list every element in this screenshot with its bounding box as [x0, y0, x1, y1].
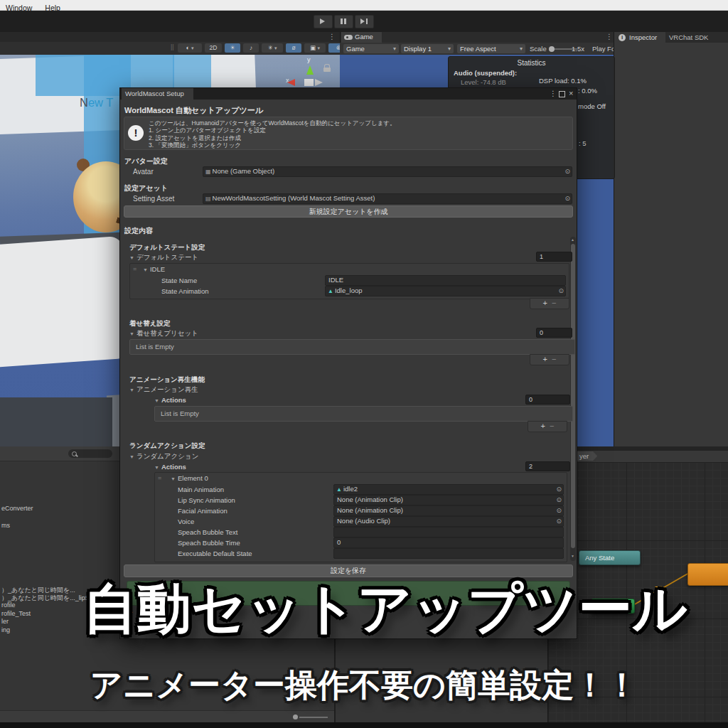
object-picker-icon[interactable]: ⊙: [564, 167, 570, 176]
anim-play-foldout[interactable]: ▼アニメーション再生: [129, 385, 198, 395]
window-tab[interactable]: WorldMascot Setup: [122, 88, 193, 100]
chevron-down-icon: ▾: [448, 44, 451, 53]
element0-foldout[interactable]: ▼Element 0: [171, 474, 208, 482]
gizmo-y-axis-icon[interactable]: [306, 65, 314, 75]
project-item[interactable]: eConverter: [1, 505, 33, 512]
help-line-2: 1. シーン上のアバターオブジェクトを設定: [149, 127, 396, 134]
aspect-dropdown[interactable]: Free Aspect▾: [457, 44, 525, 53]
gizmo-x-axis-icon[interactable]: [287, 79, 295, 86]
scene-menu-icon[interactable]: ⋮: [328, 33, 336, 41]
tab-inspector[interactable]: i Inspector: [614, 32, 665, 43]
game-camera-dropdown[interactable]: Game▾: [343, 44, 399, 53]
add-button[interactable]: +: [541, 422, 545, 430]
2d-toggle-button[interactable]: 2D: [205, 43, 222, 53]
create-asset-button[interactable]: 新規設定アセットを作成: [124, 205, 573, 218]
pause-button[interactable]: [334, 15, 353, 28]
state-animation-field[interactable]: ▲Idle_loop ⊙: [325, 286, 566, 296]
object-picker-icon[interactable]: ⊙: [556, 496, 562, 504]
remove-button[interactable]: −: [552, 299, 556, 307]
close-icon[interactable]: ×: [569, 89, 573, 97]
main-animation-field[interactable]: ▲idle2 ⊙: [333, 484, 564, 495]
hidden-objects-button[interactable]: ø: [286, 43, 301, 53]
lock-icon[interactable]: [323, 64, 331, 72]
remove-button[interactable]: −: [550, 422, 554, 430]
setting-asset-field[interactable]: ▤NewWorldMascotSetting (World Mascot Set…: [203, 193, 572, 204]
gizmo-center-cube-icon[interactable]: [304, 79, 314, 86]
executable-default-state-input[interactable]: [333, 548, 564, 559]
speach-bubble-text-input[interactable]: [333, 527, 564, 537]
any-state-node[interactable]: Any State: [579, 550, 641, 565]
object-picker-icon[interactable]: ⊙: [556, 485, 562, 493]
help-box: ! このツールは、Humanoidアバターを使ってWorldMascotを自動的…: [124, 117, 573, 150]
outfit-foldout[interactable]: ▼着せ替えプリセット: [129, 329, 198, 338]
anim-play-title: アニメーション再生機能: [129, 375, 205, 385]
scrollbar[interactable]: ▲ ▼: [570, 237, 576, 561]
default-state-count[interactable]: 1: [536, 252, 572, 262]
project-bottom-bar: [0, 710, 334, 723]
anim-empty-list: List is Empty: [154, 406, 573, 422]
step-button[interactable]: [355, 15, 374, 28]
maximize-icon[interactable]: [559, 91, 565, 97]
object-picker-icon[interactable]: ⊙: [556, 506, 562, 515]
voice-field[interactable]: None (Audio Clip) ⊙: [333, 516, 564, 527]
zoom-slider-handle[interactable]: [293, 714, 298, 719]
outfit-count[interactable]: 0: [536, 328, 572, 338]
scene-floor-dark: [0, 397, 112, 446]
remove-button[interactable]: −: [552, 355, 556, 363]
speach-bubble-time-input[interactable]: 0: [333, 537, 564, 548]
list-add-remove: + −: [530, 354, 569, 365]
scale-slider-handle[interactable]: [549, 46, 555, 52]
play-focused-dropdown[interactable]: Play Foc: [592, 45, 614, 53]
scroll-down-icon[interactable]: ▼: [571, 554, 574, 558]
bottom-strip: [0, 722, 728, 728]
gizmo-z-axis-icon[interactable]: [315, 79, 323, 86]
random-actions-count[interactable]: 2: [525, 461, 570, 471]
stats-mode-fragment: mode Off: [578, 102, 606, 110]
game-menu-icon[interactable]: ⋮: [606, 33, 613, 41]
scale-label: Scale: [530, 45, 547, 53]
default-state-element-box: = ▼IDLE State Name IDLE State Animation …: [129, 263, 569, 299]
scrollbar-thumb[interactable]: [571, 244, 575, 548]
state-name-input[interactable]: IDLE: [325, 275, 566, 286]
tab-game[interactable]: Game: [341, 32, 382, 43]
window-menu-icon[interactable]: ⋮: [550, 90, 557, 97]
anim-actions-count[interactable]: 0: [525, 395, 570, 405]
scroll-up-icon[interactable]: ▲: [571, 237, 574, 242]
step-icon: [360, 18, 365, 24]
project-item[interactable]: ms: [1, 522, 10, 529]
window-title-bar[interactable]: WorldMascot Setup ⋮ ×: [120, 88, 577, 100]
shading-mode-button[interactable]: ◐ ▾: [178, 43, 202, 53]
object-picker-icon[interactable]: ⊙: [564, 194, 570, 203]
avatar-field[interactable]: ▦None (Game Object) ⊙: [203, 166, 572, 177]
drag-handle-icon[interactable]: =: [133, 265, 136, 272]
object-picker-icon[interactable]: ⊙: [558, 287, 564, 295]
audio-toggle-button[interactable]: ♪: [243, 43, 259, 53]
scene-toolbar: || ◐ ▾ 2D ☀ ♪ ✳ ▾ ø ▣ ▾ ⊕: [0, 42, 340, 55]
asset-icon: ▤: [205, 196, 211, 202]
inspector-tab-row: i Inspector VRChat SDK: [614, 32, 728, 43]
effects-button[interactable]: ✳ ▾: [262, 43, 283, 53]
animation-clip-icon: ▲: [328, 288, 333, 294]
lighting-toggle-button[interactable]: ☀: [225, 43, 240, 53]
add-button[interactable]: +: [543, 299, 547, 307]
visibility-icon: ø: [291, 44, 295, 51]
search-input[interactable]: [68, 449, 112, 458]
pause-icon: [341, 18, 343, 24]
stats-audio-label: Audio (suspended):: [454, 69, 517, 77]
random-foldout[interactable]: ▼ランダムアクション: [129, 452, 198, 461]
default-state-foldout[interactable]: ▼デフォルトステート: [129, 253, 198, 262]
idle-foldout[interactable]: ▼IDLE: [143, 265, 165, 273]
lip-sync-animation-field[interactable]: None (Animation Clip) ⊙: [333, 495, 564, 505]
zoom-slider[interactable]: [299, 717, 328, 718]
play-button[interactable]: [314, 15, 333, 28]
add-button[interactable]: +: [543, 355, 547, 363]
tab-vrchat-sdk[interactable]: VRChat SDK: [669, 33, 708, 41]
camera-button[interactable]: ▣ ▾: [304, 43, 326, 53]
facial-animation-field[interactable]: None (Animation Clip) ⊙: [333, 505, 564, 516]
row-label: Facial Animation: [178, 507, 228, 515]
drag-handle-icon[interactable]: =: [158, 474, 161, 481]
object-picker-icon[interactable]: ⊙: [556, 517, 562, 525]
display-dropdown[interactable]: Display 1▾: [401, 44, 454, 53]
random-actions-foldout[interactable]: ▼Actions: [154, 463, 186, 471]
anim-actions-foldout[interactable]: ▼Actions: [154, 396, 186, 404]
